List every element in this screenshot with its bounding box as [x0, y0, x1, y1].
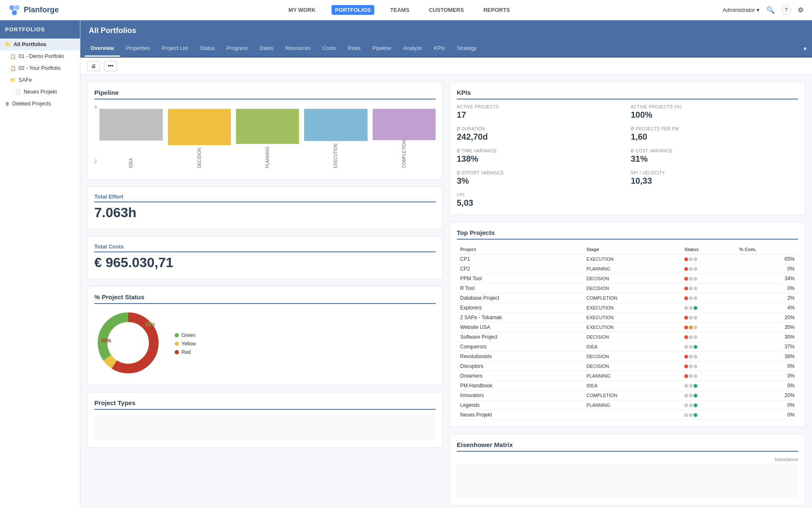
table-row[interactable]: ConquerorsIDEA37%	[457, 342, 798, 352]
tab-kpis[interactable]: KPIs	[428, 41, 451, 57]
tab-progress[interactable]: Progress	[221, 41, 254, 57]
project-name: Revolutionists	[457, 352, 583, 362]
tab-analyze[interactable]: Analyze	[397, 41, 428, 57]
y-axis: 4 2	[94, 105, 97, 164]
tab-resources[interactable]: Resources	[280, 41, 317, 57]
table-row[interactable]: PM HandbookIDEA0%	[457, 381, 798, 391]
table-row[interactable]: CP1EXECUTION65%	[457, 254, 798, 264]
project-status	[681, 410, 736, 420]
pipeline-title: Pipeline	[94, 89, 436, 99]
project-name: CP1	[457, 254, 583, 264]
table-row[interactable]: ExplorersEXECUTION4%	[457, 303, 798, 313]
status-dot	[684, 257, 688, 261]
table-row[interactable]: InnovatorsCOMPLETION20%	[457, 391, 798, 400]
total-effort-label: Total Effort	[94, 193, 436, 202]
sidebar-header: PORTFOLIOS	[0, 20, 80, 39]
project-completion: 20%	[736, 391, 798, 400]
table-row[interactable]: CP2PLANNING0%	[457, 264, 798, 274]
status-dot	[689, 413, 693, 417]
table-row[interactable]: Software ProjectDECISION30%	[457, 332, 798, 342]
table-row[interactable]: DisruptorsDECISION0%	[457, 362, 798, 371]
project-status	[681, 391, 736, 400]
sidebar-item-demo-portfolio[interactable]: 📋 01 - Demo Portfolio	[0, 50, 80, 62]
nav-reports[interactable]: REPORTS	[480, 5, 513, 15]
status-dot	[684, 306, 688, 310]
tab-overview[interactable]: Overview	[85, 41, 120, 57]
svg-point-0	[9, 5, 14, 10]
sidebar-item-safe[interactable]: 📁 SAFe	[0, 74, 80, 86]
status-dot	[694, 413, 697, 417]
nav-portfolios[interactable]: PORTFOLIOS	[332, 5, 374, 15]
sidebar: PORTFOLIOS 📁 All Portfolios 📋 01 - Demo …	[0, 20, 80, 508]
app-body: PORTFOLIOS 📁 All Portfolios 📋 01 - Demo …	[0, 20, 812, 508]
tab-status[interactable]: Status	[194, 41, 220, 57]
status-dot	[694, 267, 697, 271]
status-dot	[689, 316, 693, 320]
table-row[interactable]: LegendsPLANNING0%	[457, 400, 798, 410]
logo[interactable]: Planforge	[8, 4, 59, 16]
kpi-effort-variance: Ø EFFORT VARIANCE 3%	[457, 171, 624, 186]
help-icon[interactable]: ?	[782, 6, 791, 15]
table-row[interactable]: DreamersPLANNING0%	[457, 371, 798, 381]
search-icon[interactable]: 🔍	[766, 6, 775, 14]
table-row[interactable]: RevolutionistsDECISION38%	[457, 352, 798, 362]
main-content: All Portfolios Overview Properties Proje…	[80, 20, 812, 508]
tab-strategy[interactable]: Strategy	[451, 41, 483, 57]
project-completion: 0%	[736, 371, 798, 381]
status-dot	[694, 316, 697, 320]
content-grid: Pipeline 4 2 IDEA	[80, 75, 812, 508]
tab-pipeline[interactable]: Pipeline	[367, 41, 397, 57]
project-completion: 0%	[736, 284, 798, 293]
tab-properties[interactable]: Properties	[120, 41, 156, 57]
project-completion: 38%	[736, 352, 798, 362]
legend-red-dot	[175, 350, 179, 354]
table-row[interactable]: Website USAEXECUTION35%	[457, 323, 798, 332]
portfolio-icon-2: 📋	[10, 66, 16, 71]
tab-risks[interactable]: Risks	[342, 41, 367, 57]
status-dot	[689, 355, 693, 359]
nav-customers[interactable]: CUSTOMERS	[425, 5, 467, 15]
table-row[interactable]: 2 SAFe - TokamakEXECUTION20%	[457, 313, 798, 323]
left-column: Pipeline 4 2 IDEA	[87, 82, 443, 505]
project-status	[681, 381, 736, 391]
project-completion: 0%	[736, 410, 798, 420]
status-dot	[684, 267, 688, 271]
settings-icon[interactable]: ⚙	[798, 6, 804, 14]
more-options-button[interactable]: •••	[104, 61, 117, 71]
tab-dates[interactable]: Dates	[254, 41, 280, 57]
sidebar-item-your-portfolio[interactable]: 📋 02 - Your Portfolio	[0, 62, 80, 74]
project-completion: 20%	[736, 313, 798, 323]
col-project: Project	[457, 245, 583, 254]
project-name: PM Handbook	[457, 381, 583, 391]
tab-project-list[interactable]: Project List	[156, 41, 194, 57]
doc-icon: 📄	[15, 89, 21, 95]
project-name: Neues Projekt	[457, 410, 583, 420]
status-dot	[694, 296, 697, 300]
status-dot	[684, 364, 688, 368]
status-dot	[684, 384, 688, 388]
nav-teams[interactable]: TEAMS	[387, 5, 413, 15]
status-dot	[689, 403, 693, 407]
print-button[interactable]: 🖨	[87, 61, 100, 71]
sidebar-item-all-portfolios[interactable]: 📁 All Portfolios	[0, 39, 80, 50]
status-dot	[694, 384, 697, 388]
filter-icon[interactable]: ▼	[802, 41, 808, 57]
project-completion: 35%	[736, 323, 798, 332]
tab-costs[interactable]: Costs	[316, 41, 342, 57]
page-title: All Portfolios	[89, 26, 136, 35]
table-row[interactable]: Database ProjectCOMPLETION2%	[457, 293, 798, 303]
status-dot	[689, 326, 693, 329]
table-row[interactable]: PPM ToolDECISION34%	[457, 274, 798, 284]
legend-green: Green	[175, 332, 196, 338]
nav-right: Administrator ▾ 🔍 ? ⚙	[723, 6, 804, 15]
nav-user[interactable]: Administrator ▾	[723, 7, 760, 13]
project-status	[681, 371, 736, 381]
project-name: Database Project	[457, 293, 583, 303]
pipeline-card: Pipeline 4 2 IDEA	[87, 82, 443, 179]
sidebar-item-deleted-projects[interactable]: 🗑 Deleted Projects	[0, 98, 80, 110]
nav-my-work[interactable]: MY WORK	[285, 5, 319, 15]
table-row[interactable]: R ToolDECISION0%	[457, 284, 798, 293]
kpi-active-projects: ACTIVE PROJECTS 17	[457, 105, 624, 120]
sidebar-item-neues-projekt[interactable]: 📄 Neues Projekt	[0, 86, 80, 98]
table-row[interactable]: Neues Projekt0%	[457, 410, 798, 420]
